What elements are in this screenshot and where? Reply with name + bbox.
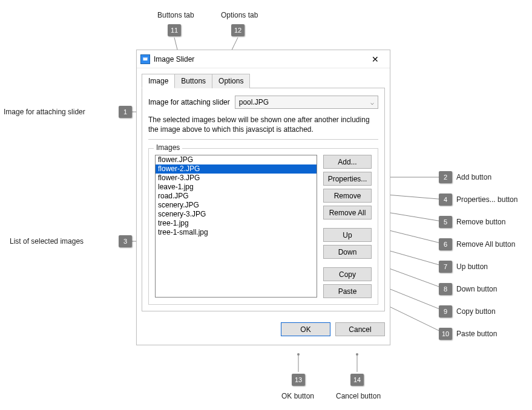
image-slider-dialog: Image Slider ✕ Image Buttons Options Ima… xyxy=(136,50,390,345)
list-item[interactable]: flower-2.JPG xyxy=(156,164,317,174)
callout-5-badge: 5 xyxy=(439,216,452,228)
close-icon[interactable]: ✕ xyxy=(364,54,386,64)
images-listbox[interactable]: flower.JPGflower-2.JPGflower-3.JPGleave-… xyxy=(155,155,317,298)
attach-select-value: pool.JPG xyxy=(239,98,269,106)
callout-7-badge: 7 xyxy=(439,261,452,273)
tabs-bar: Image Buttons Options xyxy=(142,73,385,88)
cancel-button[interactable]: Cancel xyxy=(335,322,385,336)
images-button-column: Add... Properties... Remove Remove All U… xyxy=(323,155,372,298)
ok-button[interactable]: OK xyxy=(281,322,330,336)
callout-10-badge: 10 xyxy=(439,328,452,340)
callout-9-badge: 9 xyxy=(439,305,452,317)
callout-12-label: Options tab xyxy=(221,11,258,19)
add-button[interactable]: Add... xyxy=(323,155,372,169)
attach-row: Image for attaching slider pool.JPG ⌵ xyxy=(148,96,378,109)
paste-button[interactable]: Paste xyxy=(323,284,372,298)
callout-13-badge: 13 xyxy=(292,374,305,386)
callout-4-label: Properties... button xyxy=(456,195,517,204)
callout-1-badge: 1 xyxy=(119,106,132,118)
callout-9-label: Copy button xyxy=(456,307,496,316)
down-button[interactable]: Down xyxy=(323,245,372,259)
attach-label: Image for attaching slider xyxy=(148,98,230,106)
callout-13-label: OK button xyxy=(281,392,314,400)
svg-point-27 xyxy=(356,353,358,356)
callout-11-badge: 11 xyxy=(168,24,181,36)
chevron-down-icon: ⌵ xyxy=(370,99,374,106)
callout-6-badge: 6 xyxy=(439,238,452,250)
attach-select[interactable]: pool.JPG ⌵ xyxy=(235,96,378,109)
callout-4-badge: 4 xyxy=(439,194,452,206)
svg-rect-30 xyxy=(143,57,148,59)
callout-3-label: List of selected images xyxy=(10,237,84,246)
callout-8-label: Down button xyxy=(456,285,497,293)
images-fieldset: Images flower.JPGflower-2.JPGflower-3.JP… xyxy=(148,148,378,305)
callout-3-badge: 3 xyxy=(119,235,132,247)
list-item[interactable]: leave-1.jpg xyxy=(156,183,317,192)
list-item[interactable]: road.JPG xyxy=(156,192,317,201)
callout-7-label: Up button xyxy=(456,262,488,271)
callout-5-label: Remove button xyxy=(456,218,505,226)
app-icon xyxy=(140,54,150,64)
remove-all-button[interactable]: Remove All xyxy=(323,206,372,220)
dialog-body: Image Buttons Options Image for attachin… xyxy=(137,68,390,316)
callout-2-label: Add button xyxy=(456,173,491,181)
callout-11-label: Buttons tab xyxy=(157,11,194,19)
list-item[interactable]: scenery-3.JPG xyxy=(156,210,317,219)
explain-text: The selected images below will be shown … xyxy=(148,115,378,140)
callout-2-badge: 2 xyxy=(439,171,452,183)
list-item[interactable]: tree-1-small.jpg xyxy=(156,228,317,237)
list-item[interactable]: flower.JPG xyxy=(156,155,317,164)
callout-14-badge: 14 xyxy=(350,374,364,386)
tab-content-image: Image for attaching slider pool.JPG ⌵ Th… xyxy=(142,88,385,311)
callout-1-label: Image for attaching slider xyxy=(4,108,85,116)
callout-14-label: Cancel button xyxy=(336,392,381,400)
dialog-button-row: OK Cancel xyxy=(137,316,390,345)
properties-button[interactable]: Properties... xyxy=(323,172,372,186)
up-button[interactable]: Up xyxy=(323,228,372,242)
list-item[interactable]: flower-3.JPG xyxy=(156,174,317,183)
svg-point-25 xyxy=(297,353,300,356)
tab-options[interactable]: Options xyxy=(212,74,250,88)
images-legend: Images xyxy=(154,143,182,152)
copy-button[interactable]: Copy xyxy=(323,267,372,281)
callout-12-badge: 12 xyxy=(231,24,245,36)
tab-buttons[interactable]: Buttons xyxy=(174,74,212,88)
tab-image[interactable]: Image xyxy=(142,74,175,88)
list-item[interactable]: tree-1.jpg xyxy=(156,219,317,228)
callout-6-label: Remove All button xyxy=(456,240,515,249)
list-item[interactable]: scenery.JPG xyxy=(156,201,317,210)
remove-button[interactable]: Remove xyxy=(323,189,372,203)
callout-8-badge: 8 xyxy=(439,283,452,295)
callout-10-label: Paste button xyxy=(456,330,497,338)
titlebar: Image Slider ✕ xyxy=(137,50,390,68)
window-title: Image Slider xyxy=(154,55,364,63)
